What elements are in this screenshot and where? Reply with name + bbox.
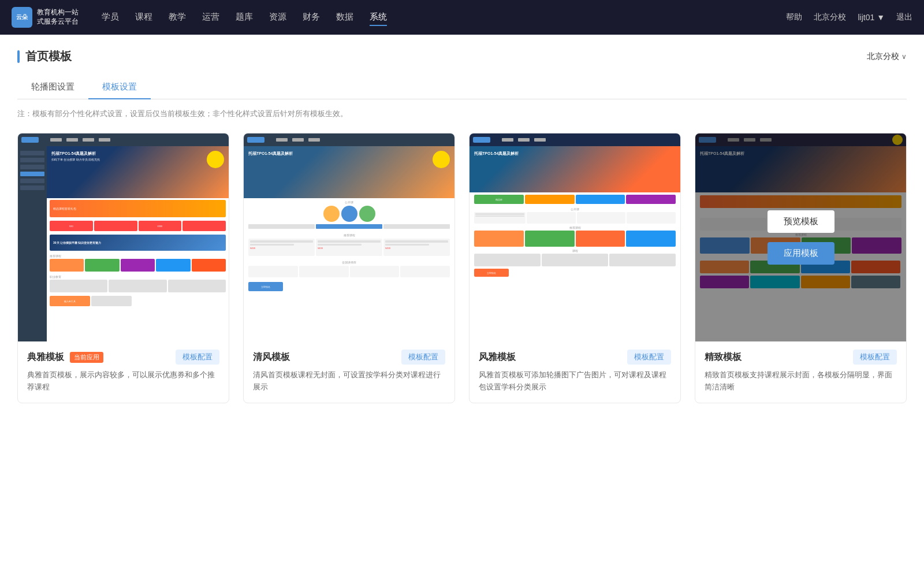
nav-item-system[interactable]: 系统 bbox=[370, 9, 387, 26]
nav-item-resources[interactable]: 资源 bbox=[269, 9, 286, 26]
logo-icon: 云朵 bbox=[12, 7, 32, 28]
template-2-footer: 清风模板 模板配置 清风首页模板课程无封面，可设置按学科分类对课程进行展示 bbox=[244, 341, 454, 403]
template-card-1: 托福TPO1-54真题及解析扫码下单 合法授课 助力学员 前程无忧 精品课程套装… bbox=[17, 133, 229, 403]
template-card-2: 托福TPO1-54真题及解析 公开课 bbox=[243, 133, 455, 403]
template-4-footer: 精致模板 模板配置 精致首页模板支持课程展示封面，各模板分隔明显，界面简洁清晰 bbox=[695, 341, 906, 403]
tab-carousel[interactable]: 轮播图设置 bbox=[17, 76, 88, 99]
template-4-overlay: 预览模板 应用模板 bbox=[695, 133, 906, 341]
template-preview-4[interactable]: 托福TPO1-54真题及解析 公开课 bbox=[695, 133, 906, 341]
logout-button[interactable]: 退出 bbox=[896, 12, 912, 23]
apply-template-1-button[interactable]: 应用模板 bbox=[90, 242, 157, 265]
template-preview-1[interactable]: 托福TPO1-54真题及解析扫码下单 合法授课 助力学员 前程无忧 精品课程套装… bbox=[18, 133, 229, 341]
template-card-3: 托福TPO1-54真题及解析 精品班 公开课 bbox=[469, 133, 681, 403]
nav-left: 云朵 教育机构一站 式服务云平台 学员 课程 教学 运营 题库 资源 财务 数据… bbox=[12, 7, 387, 28]
page-header: 首页模板 北京分校 ∨ bbox=[17, 49, 907, 64]
template-3-footer: 风雅模板 模板配置 风雅首页模板可添加轮播图下广告图片，可对课程及课程包设置学科… bbox=[470, 341, 680, 403]
apply-template-2-button[interactable]: 应用模板 bbox=[316, 242, 383, 265]
template-card-4: 托福TPO1-54真题及解析 公开课 bbox=[695, 133, 907, 403]
template-2-config-button[interactable]: 模板配置 bbox=[401, 350, 445, 365]
nav-menu: 学员 课程 教学 运营 题库 资源 财务 数据 系统 bbox=[102, 9, 387, 26]
nav-item-questions[interactable]: 题库 bbox=[236, 9, 253, 26]
branch-selector[interactable]: 北京分校 ∨ bbox=[867, 51, 907, 62]
page-title: 首页模板 bbox=[25, 49, 72, 64]
page-title-wrap: 首页模板 bbox=[17, 49, 72, 64]
template-1-name-row: 典雅模板 当前应用 模板配置 bbox=[27, 350, 219, 365]
user-menu[interactable]: lijt01 ▼ bbox=[858, 13, 885, 22]
tab-template[interactable]: 模板设置 bbox=[88, 76, 151, 99]
template-3-desc: 风雅首页模板可添加轮播图下广告图片，可对课程及课程包设置学科分类展示 bbox=[479, 369, 671, 393]
template-3-config-button[interactable]: 模板配置 bbox=[627, 350, 671, 365]
template-4-name: 精致模板 bbox=[705, 351, 742, 363]
help-link[interactable]: 帮助 bbox=[786, 12, 802, 23]
apply-template-4-button[interactable]: 应用模板 bbox=[767, 242, 834, 265]
template-2-desc: 清风首页模板课程无封面，可设置按学科分类对课程进行展示 bbox=[253, 369, 445, 393]
template-4-desc: 精致首页模板支持课程展示封面，各模板分隔明显，界面简洁清晰 bbox=[705, 369, 897, 393]
template-preview-2[interactable]: 托福TPO1-54真题及解析 公开课 bbox=[244, 133, 454, 341]
template-1-config-button[interactable]: 模板配置 bbox=[176, 350, 219, 365]
template-4-name-row: 精致模板 模板配置 bbox=[705, 350, 897, 365]
main-content: 首页模板 北京分校 ∨ 轮播图设置 模板设置 注：模板有部分个性化样式设置，设置… bbox=[0, 35, 924, 572]
apply-template-3-button[interactable]: 应用模板 bbox=[542, 242, 609, 265]
template-2-name: 清风模板 bbox=[253, 351, 290, 363]
preview-template-2-button[interactable]: 预览模板 bbox=[316, 210, 383, 233]
nav-right: 帮助 北京分校 lijt01 ▼ 退出 bbox=[786, 12, 912, 23]
template-2-name-row: 清风模板 模板配置 bbox=[253, 350, 445, 365]
template-preview-3[interactable]: 托福TPO1-54真题及解析 精品班 公开课 bbox=[470, 133, 680, 341]
template-1-name: 典雅模板 bbox=[27, 351, 64, 363]
preview-template-1-button[interactable]: 预览模板 bbox=[90, 210, 157, 233]
nav-item-data[interactable]: 数据 bbox=[336, 9, 353, 26]
logo: 云朵 教育机构一站 式服务云平台 bbox=[12, 7, 79, 28]
nav-item-operations[interactable]: 运营 bbox=[202, 9, 219, 26]
template-3-name-row: 风雅模板 模板配置 bbox=[479, 350, 671, 365]
template-3-name: 风雅模板 bbox=[479, 351, 516, 363]
nav-item-courses[interactable]: 课程 bbox=[135, 9, 152, 26]
templates-grid: 托福TPO1-54真题及解析扫码下单 合法授课 助力学员 前程无忧 精品课程套装… bbox=[17, 133, 907, 403]
template-1-footer: 典雅模板 当前应用 模板配置 典雅首页模板，展示内容较多，可以展示优惠券和多个推… bbox=[18, 341, 229, 403]
tabs: 轮播图设置 模板设置 bbox=[17, 76, 907, 99]
preview-template-3-button[interactable]: 预览模板 bbox=[542, 210, 609, 233]
logo-text: 教育机构一站 式服务云平台 bbox=[37, 8, 79, 26]
nav-item-finance[interactable]: 财务 bbox=[303, 9, 320, 26]
navigation: 云朵 教育机构一站 式服务云平台 学员 课程 教学 运营 题库 资源 财务 数据… bbox=[0, 0, 924, 35]
nav-item-teaching[interactable]: 教学 bbox=[169, 9, 186, 26]
template-1-badge: 当前应用 bbox=[70, 352, 103, 363]
chevron-down-icon: ∨ bbox=[901, 53, 907, 61]
template-1-desc: 典雅首页模板，展示内容较多，可以展示优惠券和多个推荐课程 bbox=[27, 369, 219, 393]
page-title-bar bbox=[17, 50, 20, 63]
note-text: 注：模板有部分个性化样式设置，设置后仅当前模板生效；非个性化样式设置后针对所有模… bbox=[17, 109, 907, 119]
template-4-config-button[interactable]: 模板配置 bbox=[853, 350, 897, 365]
nav-item-students[interactable]: 学员 bbox=[102, 9, 119, 26]
branch-link[interactable]: 北京分校 bbox=[814, 12, 846, 23]
preview-template-4-button[interactable]: 预览模板 bbox=[767, 210, 834, 233]
